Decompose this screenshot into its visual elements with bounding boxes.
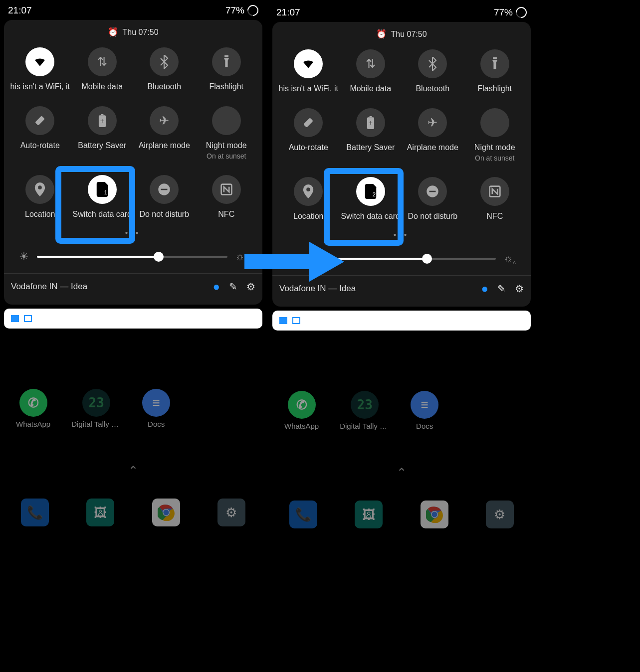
tile-nfc[interactable]: NFC [464, 177, 526, 221]
brightness-slider[interactable]: ☀ ☼A [4, 240, 262, 273]
app-tally[interactable]: 23Digital Tally Co… [71, 389, 121, 428]
tile-mobile-data[interactable]: ⇅ Mobile data [340, 49, 402, 93]
tile-battery-saver[interactable]: + Battery Saver [71, 106, 134, 160]
svg-rect-19 [429, 191, 436, 192]
qs-header: ⏰ Thu 07:50 [272, 29, 531, 49]
carrier-label: Vodafone IN — Idea [11, 282, 204, 292]
location-icon[interactable] [25, 175, 54, 204]
quick-settings-panel: ⏰ Thu 07:50 his isn't a WiFi, it ⇅ Mobil… [4, 20, 262, 305]
svg-rect-1 [35, 116, 45, 126]
tile-switch-data-card[interactable]: 2 Switch data card [340, 177, 402, 221]
app-tally[interactable]: 23Digital Tally Co… [340, 391, 390, 430]
notification-card[interactable] [272, 311, 531, 331]
wifi-icon[interactable] [25, 47, 54, 76]
calendar-icon [292, 317, 300, 324]
tile-auto-rotate[interactable]: Auto-rotate [277, 108, 340, 162]
app-docs[interactable]: ≡Docs [411, 391, 438, 430]
svg-rect-7 [161, 189, 168, 190]
slider-thumb[interactable] [154, 252, 164, 262]
svg-point-23 [431, 511, 437, 517]
user-icon[interactable]: ● [213, 280, 220, 294]
sim-icon[interactable]: 1 [88, 175, 117, 204]
settings-icon[interactable]: ⚙ [515, 283, 524, 295]
auto-rotate-icon[interactable] [25, 106, 54, 135]
app-whatsapp[interactable]: ✆WhatsApp [16, 389, 50, 428]
tile-night-mode[interactable]: Night mode On at sunset [196, 106, 258, 160]
svg-text:1: 1 [104, 189, 107, 195]
date-label: Thu 07:50 [391, 30, 427, 39]
svg-rect-13 [303, 118, 313, 128]
tile-switch-data-card[interactable]: 1 Switch data card [71, 175, 134, 219]
nfc-icon[interactable] [480, 177, 509, 206]
tile-night-mode[interactable]: Night mode On at sunset [464, 108, 526, 162]
nfc-icon[interactable] [212, 175, 241, 204]
wifi-icon[interactable] [294, 49, 323, 78]
dock-settings[interactable]: ⚙ [217, 499, 245, 526]
app-whatsapp[interactable]: ✆WhatsApp [284, 391, 319, 430]
battery-saver-icon[interactable]: + [356, 108, 385, 137]
tile-bluetooth[interactable]: Bluetooth [402, 49, 464, 93]
dock-phone[interactable]: 📞 [21, 499, 49, 526]
arrow-annotation [244, 239, 344, 286]
brightness-auto-icon[interactable]: ☼A [504, 253, 516, 265]
night-mode-icon[interactable] [212, 106, 241, 135]
svg-rect-12 [493, 57, 497, 59]
tile-wifi[interactable]: his isn't a WiFi, it [277, 49, 340, 93]
tile-flashlight[interactable]: Flashlight [464, 49, 526, 93]
clock: 21:07 [8, 5, 32, 16]
tile-location[interactable]: Location [9, 175, 71, 219]
tile-auto-rotate[interactable]: Auto-rotate [9, 106, 71, 160]
user-icon[interactable]: ● [481, 282, 489, 296]
calendar-icon [24, 315, 32, 322]
tile-airplane[interactable]: ✈ Airplane mode [402, 108, 464, 162]
status-bar: 21:07 77% [1, 0, 265, 18]
dock-gallery[interactable]: 🖼 [355, 501, 383, 528]
dock-settings[interactable]: ⚙ [486, 501, 514, 528]
edit-icon[interactable]: ✎ [497, 283, 506, 295]
dock-phone[interactable]: 📞 [289, 501, 317, 528]
dnd-icon[interactable] [418, 177, 447, 206]
bluetooth-icon[interactable] [418, 49, 447, 78]
slider-track[interactable] [37, 256, 227, 258]
dock-chrome[interactable] [421, 501, 448, 528]
chevron-up-icon[interactable]: ⌃ [128, 464, 138, 478]
mobile-data-icon[interactable]: ⇅ [356, 49, 385, 78]
auto-rotate-icon[interactable] [294, 108, 323, 137]
battery-saver-icon[interactable]: + [88, 106, 117, 135]
battery-icon [513, 4, 529, 20]
location-icon[interactable] [294, 177, 323, 206]
dnd-icon[interactable] [150, 175, 179, 204]
bluetooth-icon[interactable] [150, 47, 179, 76]
sim-icon[interactable]: 2 [356, 177, 385, 206]
dock-gallery[interactable]: 🖼 [86, 499, 114, 526]
tile-mobile-data[interactable]: ⇅ Mobile data [71, 47, 134, 91]
slider-thumb[interactable] [422, 254, 432, 264]
tile-dnd[interactable]: Do not disturb [133, 175, 196, 219]
svg-text:+: + [100, 117, 104, 125]
airplane-icon[interactable]: ✈ [418, 108, 447, 137]
battery-percent: 77% [225, 5, 244, 16]
airplane-icon[interactable]: ✈ [150, 106, 179, 135]
tile-location[interactable]: Location [277, 177, 340, 221]
photos-icon [11, 315, 19, 322]
tile-airplane[interactable]: ✈ Airplane mode [133, 106, 196, 160]
status-bar: 21:07 77% [269, 2, 534, 20]
tile-wifi[interactable]: his isn't a WiFi, it [9, 47, 71, 91]
tile-bluetooth[interactable]: Bluetooth [133, 47, 196, 91]
tile-dnd[interactable]: Do not disturb [402, 177, 464, 221]
dock-chrome[interactable] [152, 499, 180, 526]
night-mode-icon[interactable] [480, 108, 509, 137]
tile-flashlight[interactable]: Flashlight [196, 47, 258, 91]
dock: 📞 🖼 ⚙ [21, 499, 245, 526]
mobile-data-icon[interactable]: ⇅ [88, 47, 117, 76]
app-docs[interactable]: ≡Docs [142, 389, 170, 428]
tile-nfc[interactable]: NFC [196, 175, 258, 219]
notification-card[interactable] [4, 309, 262, 329]
tile-battery-saver[interactable]: + Battery Saver [340, 108, 402, 162]
flashlight-icon[interactable] [212, 47, 241, 76]
flashlight-icon[interactable] [480, 49, 509, 78]
svg-rect-14 [369, 116, 372, 117]
chevron-up-icon[interactable]: ⌃ [397, 466, 407, 480]
page-indicator[interactable]: ● ● [4, 219, 262, 240]
edit-icon[interactable]: ✎ [229, 281, 237, 293]
